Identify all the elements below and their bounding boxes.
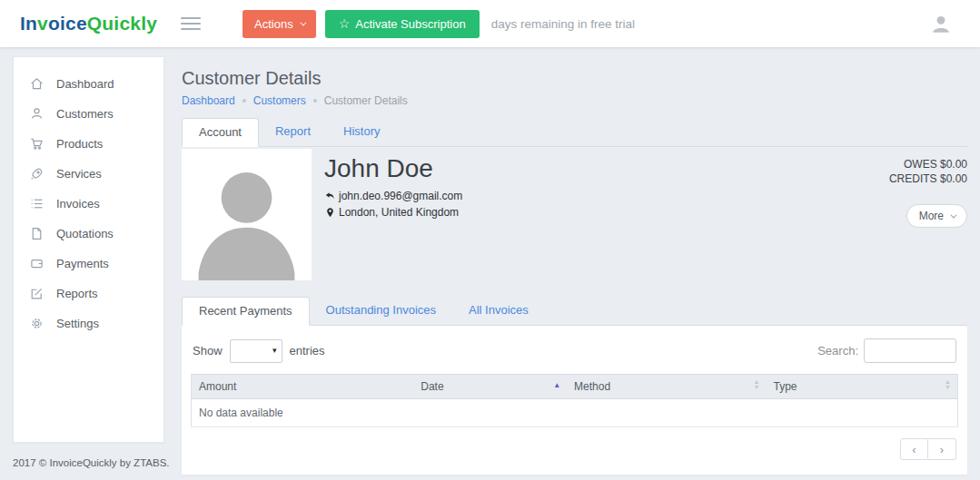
column-label: Type <box>773 380 797 393</box>
column-header-date[interactable]: Date ▲ <box>413 375 567 399</box>
sidebar-item-quotations[interactable]: Quotations <box>14 219 163 249</box>
sidebar-item-label: Quotations <box>56 227 114 240</box>
app-logo[interactable]: InvoiceQuickly <box>20 13 157 34</box>
activate-subscription-button[interactable]: ☆ Activate Subscription <box>325 10 480 38</box>
customer-email-row: john.deo.996@gmail.com <box>324 190 462 202</box>
sidebar-item-label: Dashboard <box>56 77 114 91</box>
owes-amount: OWES $0.00 <box>904 157 967 171</box>
actions-button-label: Actions <box>254 17 293 31</box>
page-title: Customer Details <box>182 68 967 89</box>
chevron-down-icon <box>950 211 956 218</box>
next-page-button[interactable]: › <box>928 438 956 460</box>
breadcrumb-customers[interactable]: Customers <box>253 94 306 107</box>
edit-icon <box>29 286 45 301</box>
customer-email: john.deo.996@gmail.com <box>339 190 462 202</box>
person-icon <box>29 106 45 122</box>
logo-check-icon: v <box>37 13 48 34</box>
tab-account[interactable]: Account <box>182 118 259 147</box>
logo-text: In <box>20 13 37 34</box>
document-icon <box>29 226 45 241</box>
main-content: Customer Details Dashboard Customers Cus… <box>182 56 967 475</box>
sidebar-item-label: Payments <box>56 257 109 270</box>
customer-summary: John Doe john.deo.996@gmail.com London, … <box>182 147 967 280</box>
payments-table-card: Show ▾ entries Search: Amount <box>182 326 967 475</box>
breadcrumb-separator-dot <box>243 99 246 103</box>
customer-balances: OWES $0.00 CREDITS $0.00 More <box>889 149 967 280</box>
more-button[interactable]: More <box>906 204 967 228</box>
table-header-row: Amount Date ▲ Method ▲▼ Type ▲▼ <box>192 375 958 399</box>
sort-down-glyph: ▼ <box>945 385 951 390</box>
payments-tabs: Recent Payments Outstanding Invoices All… <box>182 297 967 326</box>
sidebar-item-reports[interactable]: Reports <box>14 279 163 309</box>
activate-subscription-label: Activate Subscription <box>355 17 465 31</box>
tab-all-invoices[interactable]: All Invoices <box>452 297 545 325</box>
customer-info: John Doe john.deo.996@gmail.com London, … <box>324 149 462 280</box>
sidebar-item-label: Invoices <box>56 197 100 211</box>
no-data-message: No data available <box>192 399 958 427</box>
column-header-method[interactable]: Method ▲▼ <box>567 375 766 399</box>
menu-toggle-icon[interactable] <box>181 14 201 34</box>
sidebar-item-label: Customers <box>56 107 114 121</box>
column-label: Amount <box>199 380 236 393</box>
footer-copyright: 2017 © InvoiceQuickly by ZTABS. <box>13 457 170 468</box>
customer-name: John Doe <box>324 154 462 183</box>
page-body: Dashboard Customers Products Services In… <box>0 47 980 475</box>
wallet-icon <box>29 256 45 271</box>
sidebar-item-products[interactable]: Products <box>14 129 163 159</box>
user-avatar[interactable] <box>929 12 953 35</box>
star-icon: ☆ <box>339 17 351 30</box>
breadcrumb: Dashboard Customers Customer Details <box>182 94 967 107</box>
breadcrumb-dashboard[interactable]: Dashboard <box>182 94 235 107</box>
sidebar-item-services[interactable]: Services <box>14 159 163 189</box>
search-input[interactable] <box>864 338 956 363</box>
sort-both-icon: ▲▼ <box>754 379 760 390</box>
tab-report[interactable]: Report <box>259 118 327 146</box>
actions-button[interactable]: Actions <box>243 10 316 38</box>
location-pin-icon <box>324 207 336 219</box>
sidebar-item-invoices[interactable]: Invoices <box>14 189 163 219</box>
sidebar: Dashboard Customers Products Services In… <box>13 56 164 443</box>
show-label: Show <box>193 344 223 358</box>
sidebar-item-settings[interactable]: Settings <box>14 309 163 338</box>
sidebar-item-label: Reports <box>56 287 98 300</box>
tab-recent-payments[interactable]: Recent Payments <box>182 297 310 326</box>
sort-both-icon: ▲▼ <box>945 379 951 390</box>
column-header-type[interactable]: Type ▲▼ <box>766 375 957 399</box>
previous-page-button[interactable]: ‹ <box>900 438 928 460</box>
chevron-down-icon <box>300 19 306 25</box>
column-label: Date <box>421 380 443 393</box>
logo-text: oice <box>48 13 87 34</box>
rocket-icon <box>29 166 45 181</box>
sidebar-item-label: Services <box>56 167 102 181</box>
tab-outstanding-invoices[interactable]: Outstanding Invoices <box>310 297 452 325</box>
more-button-label: More <box>919 210 944 222</box>
person-icon <box>182 149 312 280</box>
sort-ascending-icon: ▲ <box>553 381 560 389</box>
column-header-amount[interactable]: Amount <box>192 375 414 399</box>
breadcrumb-current: Customer Details <box>324 94 408 107</box>
customer-location: London, United Kingdom <box>339 206 459 219</box>
entries-label: entries <box>290 344 325 358</box>
home-icon <box>29 76 45 92</box>
tab-history[interactable]: History <box>327 118 396 146</box>
cart-icon <box>29 136 45 152</box>
main-tabs: Account Report History <box>182 118 967 147</box>
column-label: Method <box>574 380 610 393</box>
entries-select[interactable] <box>230 339 282 363</box>
reply-icon <box>324 191 336 202</box>
sidebar-item-label: Settings <box>56 317 99 330</box>
sidebar-item-payments[interactable]: Payments <box>14 249 163 279</box>
sidebar-item-dashboard[interactable]: Dashboard <box>14 69 163 99</box>
breadcrumb-separator-dot <box>313 99 317 103</box>
sidebar-item-customers[interactable]: Customers <box>14 99 163 129</box>
gear-icon <box>29 316 45 331</box>
sidebar-item-label: Products <box>56 137 103 151</box>
payments-table: Amount Date ▲ Method ▲▼ Type ▲▼ <box>191 374 958 427</box>
pagination: ‹ › <box>191 427 958 469</box>
sort-down-glyph: ▼ <box>754 385 760 390</box>
top-header: InvoiceQuickly Actions ☆ Activate Subscr… <box>0 0 980 47</box>
person-icon <box>929 12 953 35</box>
logo-text: Quickly <box>87 13 157 34</box>
customer-location-row: London, United Kingdom <box>324 206 462 219</box>
list-icon <box>29 196 45 211</box>
